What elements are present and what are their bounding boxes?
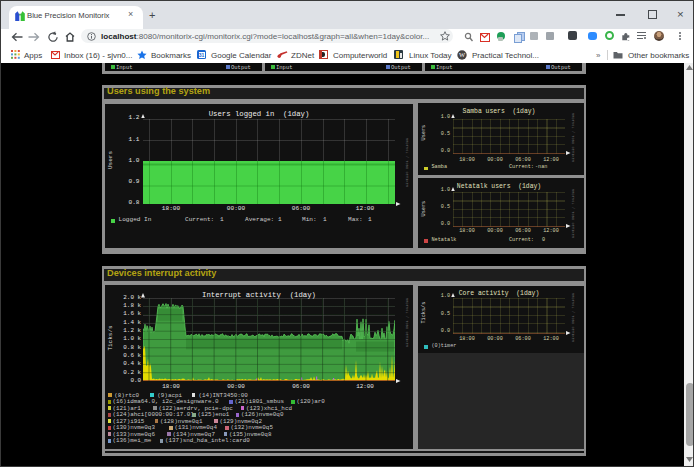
svg-text:W: W [459, 51, 466, 58]
